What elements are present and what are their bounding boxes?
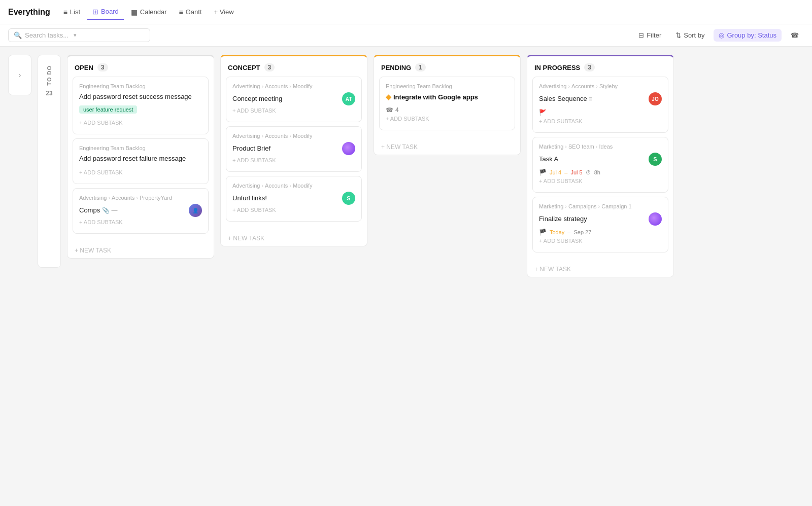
column-pending-body: Engineering Team Backlog ◆Integrate with…	[374, 77, 520, 139]
attachment-icon: 📎	[102, 207, 110, 214]
add-subtask-btn[interactable]: + ADD SUBTASK	[79, 167, 202, 177]
column-pending-count: 1	[415, 63, 426, 71]
sort-button[interactable]: ⇅ Sort by	[670, 29, 709, 42]
nav-calendar[interactable]: ▦ Calendar	[126, 5, 172, 19]
avatar	[649, 212, 662, 226]
add-subtask-btn[interactable]: + ADD SUBTASK	[539, 176, 662, 186]
flag-red-icon: 🚩	[539, 109, 547, 116]
nav-list-label: List	[70, 8, 80, 16]
task-card[interactable]: Advertising › Accounts › Moodify Concept…	[226, 77, 362, 122]
task-card[interactable]: Engineering Team Backlog Add password re…	[73, 77, 209, 134]
task-card[interactable]: Engineering Team Backlog Add password re…	[73, 138, 209, 184]
subtask-count: ☎ 4	[386, 106, 509, 114]
nav-view-label: + View	[214, 8, 234, 16]
add-subtask-btn[interactable]: + ADD SUBTASK	[232, 155, 355, 165]
task-title: ◆Integrate with Google apps	[386, 92, 509, 102]
column-pending-title: PENDING	[381, 64, 411, 71]
avatar: S	[649, 153, 662, 166]
task-title: Unfurl links!	[232, 194, 267, 203]
add-subtask-btn[interactable]: + ADD SUBTASK	[79, 118, 202, 128]
avatar: JO	[649, 92, 662, 105]
add-subtask-btn[interactable]: + ADD SUBTASK	[539, 116, 662, 126]
task-card[interactable]: Marketing › Campaigns › Campaign 1 Final…	[532, 197, 668, 252]
task-card[interactable]: Marketing › SEO team › Ideas Task A S 🏴 …	[532, 137, 668, 193]
task-title: Task A	[539, 155, 558, 164]
task-title: Add password reset success message	[79, 92, 202, 101]
add-subtask-btn[interactable]: + ADD SUBTASK	[232, 205, 355, 215]
nav-calendar-label: Calendar	[140, 8, 167, 16]
list-icon: ≡	[63, 8, 67, 16]
task-breadcrumb: Advertising › Accounts › Styleby	[539, 83, 662, 89]
task-footer: Task A S	[539, 153, 662, 166]
top-nav: Everything ≡ List ⊞ Board ▦ Calendar ≡ G…	[0, 0, 812, 24]
add-subtask-btn[interactable]: + ADD SUBTASK	[232, 105, 355, 116]
new-task-btn[interactable]: + NEW TASK	[374, 139, 520, 155]
phone-icon: ☎	[386, 106, 393, 114]
collapsed-column[interactable]: ›	[8, 55, 31, 95]
task-card[interactable]: Engineering Team Backlog ◆Integrate with…	[379, 77, 515, 130]
task-card[interactable]: Advertising › Accounts › Moodify Product…	[226, 126, 362, 172]
todo-label: TO DO	[46, 65, 52, 86]
task-breadcrumb: Marketing › SEO team › Ideas	[539, 143, 662, 150]
group-by-button[interactable]: ◎ Group by: Status	[714, 29, 782, 42]
column-pending: PENDING 1 Engineering Team Backlog ◆Inte…	[374, 55, 521, 155]
flag-yellow-icon: 🏴	[539, 169, 547, 176]
search-placeholder: Search tasks...	[25, 31, 69, 39]
nav-gantt[interactable]: ≡ Gantt	[174, 5, 207, 19]
column-concept: CONCEPT 3 Advertising › Accounts › Moodi…	[220, 55, 367, 246]
column-open-title: OPEN	[75, 64, 93, 71]
board-container: › TO DO 23 OPEN 3 Engineering Team Backl…	[0, 47, 812, 504]
add-subtask-btn[interactable]: + ADD SUBTASK	[386, 114, 509, 124]
avatar: S	[342, 192, 355, 205]
group-by-icon: ◎	[719, 31, 724, 39]
diamond-icon: ◆	[386, 93, 391, 101]
search-area[interactable]: 🔍 Search tasks... ▾	[8, 28, 150, 42]
nav-list[interactable]: ≡ List	[58, 5, 85, 19]
sort-label: Sort by	[684, 31, 704, 39]
column-concept-header: CONCEPT 3	[221, 56, 367, 77]
new-task-btn[interactable]: + NEW TASK	[527, 262, 673, 277]
task-breadcrumb: Engineering Team Backlog	[386, 83, 509, 89]
group-by-label: Group by: Status	[727, 31, 776, 39]
date-end: Jul 5	[570, 169, 582, 175]
board-icon: ⊞	[92, 8, 98, 16]
search-caret-icon: ▾	[74, 32, 77, 39]
toolbar: 🔍 Search tasks... ▾ ⊟ Filter ⇅ Sort by ◎…	[0, 24, 812, 47]
filter-label: Filter	[647, 31, 661, 39]
new-task-btn[interactable]: + NEW TASK	[67, 243, 214, 258]
task-title: Add password reset failure message	[79, 154, 202, 163]
new-task-btn[interactable]: + NEW TASK	[221, 231, 367, 246]
task-card[interactable]: Advertising › Accounts › Styleby Sales S…	[532, 77, 668, 133]
avatar	[342, 142, 355, 155]
avatar: 👤	[189, 204, 202, 217]
task-title: Sales Sequence ≡	[539, 94, 592, 103]
nav-board[interactable]: ⊞ Board	[87, 5, 124, 20]
app-title: Everything	[8, 8, 50, 17]
calendar-icon: ▦	[131, 8, 138, 16]
task-title: Product Brief	[232, 144, 270, 153]
column-pending-header: PENDING 1	[374, 56, 520, 77]
column-in-progress-header: IN PROGRESS 3	[527, 56, 673, 77]
task-card[interactable]: Advertising › Accounts › Moodify Unfurl …	[226, 176, 362, 222]
task-card[interactable]: Advertising › Accounts › PropertyYard Co…	[73, 188, 209, 234]
lines-icon: ≡	[589, 95, 592, 102]
flag-yellow-icon: 🏴	[539, 229, 547, 236]
task-breadcrumb: Engineering Team Backlog	[79, 83, 202, 89]
phone-extra-icon: ☎	[791, 31, 799, 39]
column-open: OPEN 3 Engineering Team Backlog Add pass…	[67, 55, 214, 259]
expand-icon: ›	[19, 71, 21, 79]
search-icon: 🔍	[14, 31, 22, 39]
task-breadcrumb: Advertising › Accounts › Moodify	[232, 183, 355, 189]
column-concept-body: Advertising › Accounts › Moodify Concept…	[221, 77, 367, 231]
task-breadcrumb: Advertising › Accounts › PropertyYard	[79, 195, 202, 201]
task-footer: Unfurl links! S	[232, 192, 355, 205]
nav-add-view[interactable]: + View	[209, 5, 239, 19]
task-title: Comps 📎 —	[79, 206, 117, 215]
sort-icon: ⇅	[675, 31, 681, 39]
extra-button[interactable]: ☎	[786, 29, 804, 42]
add-subtask-btn[interactable]: + ADD SUBTASK	[539, 236, 662, 246]
task-title: Concept meeting	[232, 94, 282, 103]
filter-icon: ⊟	[638, 31, 644, 39]
filter-button[interactable]: ⊟ Filter	[633, 29, 666, 42]
add-subtask-btn[interactable]: + ADD SUBTASK	[79, 217, 202, 227]
